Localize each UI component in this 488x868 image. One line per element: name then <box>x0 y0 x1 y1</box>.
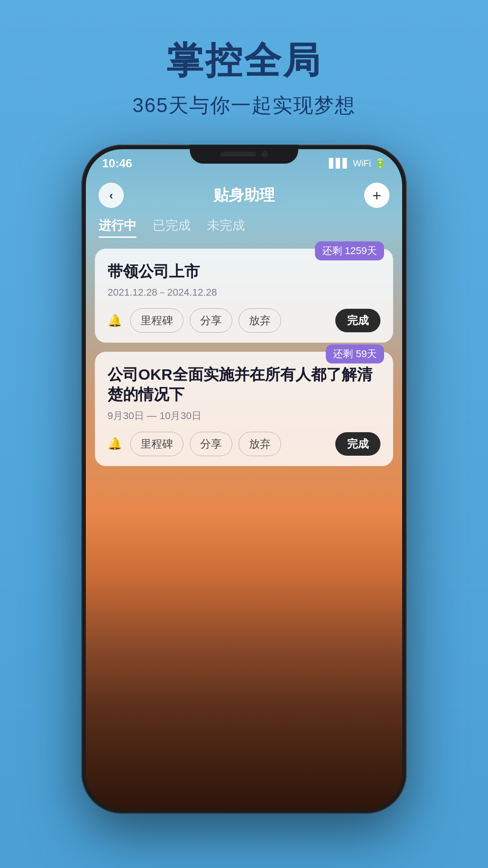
status-time: 10:46 <box>102 156 132 170</box>
phone-screen: 10:46 ▋▋▋ WiFi 🔋 ‹ 贴身助理 + <box>86 149 402 809</box>
speaker <box>220 152 256 156</box>
tab-incomplete[interactable]: 未完成 <box>207 217 245 238</box>
tab-completed[interactable]: 已完成 <box>153 217 191 238</box>
share-button[interactable]: 分享 <box>190 432 232 456</box>
milestone-button[interactable]: 里程碑 <box>130 432 183 456</box>
bell-icon[interactable]: 🔔 <box>108 314 122 328</box>
status-icons: ▋▋▋ WiFi 🔋 <box>329 158 386 169</box>
phone-body: 10:46 ▋▋▋ WiFi 🔋 ‹ 贴身助理 + <box>81 145 407 814</box>
page-title: 掌控全局 <box>0 36 488 86</box>
app-content: ‹ 贴身助理 + 进行中 已完成 未完成 <box>86 174 402 809</box>
screen-gradient <box>86 719 402 809</box>
add-button[interactable]: + <box>364 183 389 208</box>
days-remaining-badge: 还剩 1259天 <box>315 241 384 260</box>
share-button[interactable]: 分享 <box>190 308 232 333</box>
cards-list: 还剩 1259天 带领公司上市 2021.12.28－2024.12.28 🔔 … <box>86 249 402 466</box>
card-item: 还剩 1259天 带领公司上市 2021.12.28－2024.12.28 🔔 … <box>95 249 393 343</box>
abandon-button[interactable]: 放弃 <box>239 432 281 456</box>
milestone-button[interactable]: 里程碑 <box>130 308 183 333</box>
card-title: 公司OKR全面实施并在所有人都了解清楚的情况下 <box>108 364 380 404</box>
card-item: 还剩 59天 公司OKR全面实施并在所有人都了解清楚的情况下 9月30日 — 1… <box>95 352 393 466</box>
add-icon: + <box>372 187 381 204</box>
tab-bar: 进行中 已完成 未完成 <box>86 217 402 238</box>
wifi-icon: WiFi <box>353 158 371 169</box>
back-icon: ‹ <box>109 189 113 203</box>
card-title: 带领公司上市 <box>108 261 380 281</box>
header-section: 掌控全局 365天与你一起实现梦想 <box>0 36 488 119</box>
camera <box>262 151 268 157</box>
nav-bar: ‹ 贴身助理 + <box>86 174 402 217</box>
signal-icon: ▋▋▋ <box>329 158 349 169</box>
bell-icon[interactable]: 🔔 <box>108 437 122 451</box>
page-subtitle: 365天与你一起实现梦想 <box>0 92 488 119</box>
phone-notch <box>190 145 298 164</box>
battery-icon: 🔋 <box>375 158 386 169</box>
phone-mockup: 10:46 ▋▋▋ WiFi 🔋 ‹ 贴身助理 + <box>81 145 407 832</box>
tab-in-progress[interactable]: 进行中 <box>99 217 136 238</box>
card-date: 2021.12.28－2024.12.28 <box>108 286 380 299</box>
abandon-button[interactable]: 放弃 <box>239 308 281 333</box>
complete-button[interactable]: 完成 <box>335 309 380 332</box>
card-actions: 🔔 里程碑 分享 放弃 完成 <box>108 432 380 456</box>
card-actions: 🔔 里程碑 分享 放弃 完成 <box>108 308 380 333</box>
complete-button[interactable]: 完成 <box>335 432 380 456</box>
days-remaining-badge: 还剩 59天 <box>326 344 384 363</box>
card-date: 9月30日 — 10月30日 <box>108 409 380 423</box>
nav-title: 贴身助理 <box>213 185 275 206</box>
back-button[interactable]: ‹ <box>99 183 124 208</box>
